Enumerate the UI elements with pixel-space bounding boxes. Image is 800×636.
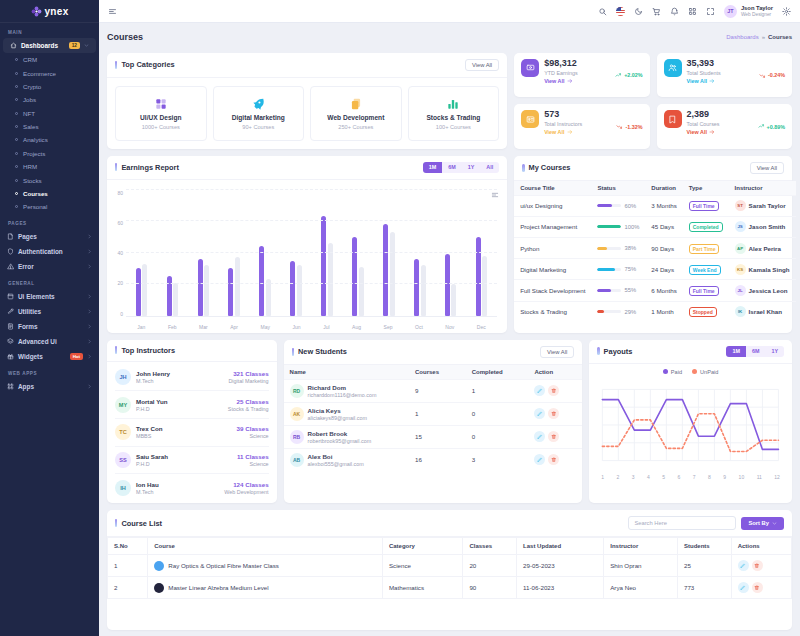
sidebar-item-hrm[interactable]: HRM (0, 160, 99, 173)
delete-button[interactable] (548, 431, 559, 442)
edit-button[interactable] (738, 560, 749, 571)
student-email: alexboi555@gmail.com (308, 461, 364, 467)
bullet-icon (15, 138, 18, 141)
sidebar-item-jobs[interactable]: Jobs (0, 93, 99, 106)
category-ui-ux-design[interactable]: UI/UX Design 1000+ Courses (115, 86, 207, 141)
delete-button[interactable] (752, 560, 763, 571)
bullet-icon (15, 58, 18, 61)
avatar: JS (735, 221, 746, 232)
category-stocks-trading[interactable]: Stocks & Trading 100+ Courses (408, 86, 500, 141)
sidebar-item-apps[interactable]: Apps (0, 379, 99, 394)
sidebar-item-utilities[interactable]: Utilities (0, 304, 99, 319)
dark-mode-moon-icon[interactable] (634, 7, 643, 16)
sidebar-item-error[interactable]: Error (0, 259, 99, 274)
stat-label: Total Instructors (544, 121, 582, 127)
legend-label: Paid (671, 369, 682, 375)
edit-button[interactable] (534, 431, 545, 442)
sidebar-item-pages[interactable]: Pages (0, 229, 99, 244)
view-all-link[interactable]: View All (544, 78, 578, 84)
language-flag-icon[interactable] (616, 7, 625, 16)
x-tick-label: Dec (477, 324, 486, 330)
breadcrumb-parent[interactable]: Dashboards (726, 34, 758, 40)
sidebar-item-ecommerce[interactable]: Ecommerce (0, 66, 99, 79)
sidebar-item-courses[interactable]: Courses (0, 187, 99, 200)
user-menu[interactable]: JT Json Taylor Web Designer (724, 5, 773, 18)
settings-gear-icon[interactable] (782, 7, 791, 16)
sidebar-item-label: Analytics (23, 136, 48, 143)
student-name: Richard Dom (308, 384, 377, 391)
range-all-button[interactable]: All (480, 162, 499, 173)
edit-button[interactable] (534, 408, 545, 419)
sidebar-item-nft[interactable]: NFT (0, 107, 99, 120)
sidebar-item-sales[interactable]: Sales (0, 120, 99, 133)
search-icon[interactable] (598, 7, 607, 16)
sidebar-section-pages: Pages (0, 214, 99, 229)
instructor-row[interactable]: TCTrex ConMBBS 39 ClassesScience (115, 418, 269, 446)
sidebar-item-label: Apps (18, 383, 83, 390)
instructor-list: JHJohn HenryM.Tech 321 ClassesDigital Ma… (107, 362, 277, 503)
avatar: AK (290, 407, 304, 421)
delete-button[interactable] (548, 385, 559, 396)
view-all-button[interactable]: View All (540, 346, 574, 358)
instructor-row[interactable]: IHIon HauM.Tech 124 ClassesWeb Developme… (115, 473, 269, 501)
sidebar-item-forms[interactable]: Forms (0, 319, 99, 334)
apps-grid-icon[interactable] (688, 7, 697, 16)
menu-toggle-icon[interactable] (108, 7, 117, 16)
view-all-link[interactable]: View All (687, 129, 720, 135)
course-sno: 2 (108, 577, 148, 599)
sidebar-item-ui-elements[interactable]: Ui Elements (0, 289, 99, 304)
fullscreen-icon[interactable] (706, 7, 715, 16)
course-instructor: Arya Neo (604, 577, 678, 599)
delete-button[interactable] (548, 454, 559, 465)
view-all-button[interactable]: View All (465, 59, 499, 71)
range-6m-button[interactable]: 6M (746, 346, 766, 357)
range-1y-button[interactable]: 1Y (462, 162, 481, 173)
view-all-link[interactable]: View All (687, 78, 721, 84)
view-all-button[interactable]: View All (750, 162, 784, 174)
range-6m-button[interactable]: 6M (442, 162, 462, 173)
cart-icon[interactable] (652, 7, 661, 16)
sidebar-item-stocks[interactable]: Stocks (0, 173, 99, 186)
column-header: Actions (731, 538, 791, 555)
edit-button[interactable] (738, 582, 749, 593)
instructor-row[interactable]: JHJohn HenryM.Tech 321 ClassesDigital Ma… (115, 364, 269, 391)
stat-label: YTD Earnings (544, 70, 578, 76)
rocket-icon (251, 97, 265, 111)
sidebar-item-dashboards[interactable]: Dashboards 12 (3, 38, 96, 53)
logo[interactable]: ynex (0, 0, 99, 23)
sidebar-item-authentication[interactable]: Authentication (0, 244, 99, 259)
search-input[interactable] (628, 516, 736, 530)
x-axis-labels: 123456789101112 (597, 474, 784, 480)
instructor-row[interactable]: SSSaiu SarahP.H.D 11 ClassesScience (115, 446, 269, 474)
sidebar-item-widgets[interactable]: WidgetsHot (0, 349, 99, 364)
sidebar-item-projects[interactable]: Projects (0, 147, 99, 160)
sidebar-item-advanced-ui[interactable]: Advanced Ui (0, 334, 99, 349)
notifications-bell-icon[interactable] (670, 7, 679, 16)
view-all-link[interactable]: View All (544, 129, 582, 135)
sidebar-item-crypto[interactable]: Crypto (0, 80, 99, 93)
sidebar-item-crm[interactable]: CRM (0, 53, 99, 66)
edit-button[interactable] (534, 454, 545, 465)
barchart-icon (446, 97, 460, 111)
instructor-row[interactable]: MYMortal YunP.H.D 25 ClassesStocks & Tra… (115, 390, 269, 418)
arrow-right-icon (567, 129, 573, 135)
delete-button[interactable] (548, 408, 559, 419)
sidebar-item-personal[interactable]: Personal (0, 200, 99, 213)
range-1m-button[interactable]: 1M (726, 346, 746, 357)
sidebar-webapps-group: Apps (0, 379, 99, 394)
sidebar-item-analytics[interactable]: Analytics (0, 133, 99, 146)
category-web-development[interactable]: Web Development 250+ Courses (310, 86, 402, 141)
edit-button[interactable] (534, 385, 545, 396)
category-digital-marketing[interactable]: Digital Marketing 90+ Courses (213, 86, 305, 141)
chevron-right-icon (87, 339, 92, 344)
file-icon (7, 233, 14, 240)
range-1y-button[interactable]: 1Y (765, 346, 784, 357)
classes-count: 39 Classes (237, 425, 269, 432)
bullet-icon (15, 112, 18, 115)
range-1m-button[interactable]: 1M (423, 162, 443, 173)
delete-button[interactable] (752, 582, 763, 593)
student-courses: 9 (409, 379, 466, 402)
course-row: ui/ux Designing 60% 3 Months Full Time S… (514, 195, 795, 216)
sort-by-button[interactable]: Sort By (741, 517, 784, 530)
bar-previous (204, 265, 209, 315)
